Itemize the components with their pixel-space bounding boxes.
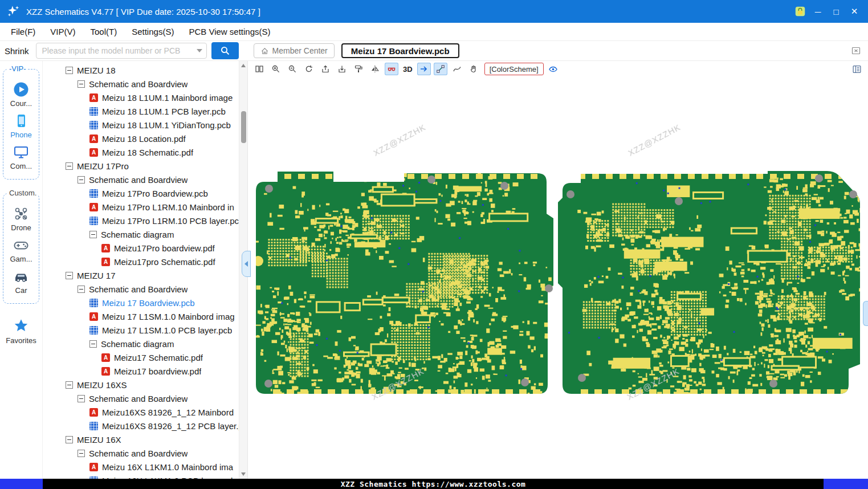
pcb-canvas[interactable] xyxy=(248,77,868,479)
vip-group: -VIP- Cour... xyxy=(3,69,39,180)
tree-file[interactable]: Meizu 17 Boardview.pcb xyxy=(43,296,239,309)
home-icon xyxy=(260,47,269,55)
sidebar-item-label: Drone xyxy=(11,223,31,232)
tree-file[interactable]: Meizu 18 Location.pdf xyxy=(43,132,239,145)
tree-node[interactable]: MEIZU 16X xyxy=(43,433,239,446)
collapse-icon[interactable] xyxy=(66,272,73,279)
tree-file[interactable]: Meizu17pro Schematic.pdf xyxy=(43,255,239,268)
arrow-right-icon[interactable] xyxy=(417,63,431,75)
tree-file[interactable]: Meizu17 boardview.pdf xyxy=(43,364,239,378)
tree-node[interactable]: Schematic and Boardview xyxy=(43,446,239,460)
tree-item-label: Schematic diagram xyxy=(101,339,174,349)
collapse-icon[interactable] xyxy=(78,176,85,184)
collapse-icon[interactable] xyxy=(89,231,97,238)
tree-node[interactable]: Schematic diagram xyxy=(43,227,239,241)
tree-file[interactable]: Meizu17 Schematic.pdf xyxy=(43,351,239,364)
tree-file[interactable]: Meizu 17 L1SM.1.0 PCB layer.pcb xyxy=(43,323,239,337)
paint-icon[interactable] xyxy=(352,63,365,75)
shrink-button[interactable]: Shrink xyxy=(5,46,29,56)
close-tabs-icon[interactable] xyxy=(850,45,862,56)
collapse-icon[interactable] xyxy=(66,381,73,389)
curve-icon[interactable] xyxy=(450,63,464,75)
zoom-out-icon[interactable] xyxy=(286,63,299,75)
menu-vip[interactable]: VIP(V) xyxy=(43,27,83,36)
zoom-in-icon[interactable] xyxy=(269,63,283,75)
tree-node[interactable]: Schematic and Boardview xyxy=(43,282,239,296)
collapse-icon[interactable] xyxy=(66,436,73,443)
pcb-viewer[interactable]: XZZ@XZZHK XZZ@XZZHK XZZ@XZZHK XZZ@XZZHK xyxy=(248,77,868,479)
search-input[interactable] xyxy=(36,43,207,59)
tree-file[interactable]: Meizu 17Pro L1RM.10 Mainbord in xyxy=(43,200,239,214)
tree-file[interactable]: Meizu 16X L1KM1.0 Mainbord ima xyxy=(43,460,239,474)
car-icon xyxy=(13,268,29,284)
member-center-button[interactable]: Member Center xyxy=(254,43,335,58)
collapse-icon[interactable] xyxy=(78,450,85,457)
export-icon[interactable] xyxy=(319,63,332,75)
tree-file[interactable]: Meizu 18 Schematic.pdf xyxy=(43,145,239,159)
collapse-icon[interactable] xyxy=(66,67,73,74)
import-icon[interactable] xyxy=(335,63,349,75)
tree-file[interactable]: Meizu 17Pro Boardview.pcb xyxy=(43,186,239,200)
tree-file[interactable]: Meizu 18 L1UM.1 YiDianTong.pcb xyxy=(43,118,239,132)
eye-icon[interactable] xyxy=(547,63,560,75)
sidebar-item-phone[interactable]: Phone xyxy=(3,113,39,139)
tree-node[interactable]: Schematic and Boardview xyxy=(43,77,239,91)
tree-file[interactable]: Meizu 16X L1KM1.0 PCB layer.pcb xyxy=(43,474,239,479)
minimize-button[interactable]: ─ xyxy=(809,3,827,20)
glasses-icon[interactable] xyxy=(385,63,398,75)
three-d-button[interactable]: 3D xyxy=(401,65,414,74)
scroll-up-icon[interactable] xyxy=(241,64,246,67)
app-logo-icon xyxy=(6,4,21,19)
diagonal-measure-icon[interactable] xyxy=(434,63,447,75)
collapse-icon[interactable] xyxy=(89,340,97,348)
status-left-accent xyxy=(0,479,43,489)
colorscheme-button[interactable]: [ColorScheme] xyxy=(484,63,544,75)
tree-node[interactable]: Schematic and Boardview xyxy=(43,392,239,405)
scrollbar-thumb[interactable] xyxy=(241,111,246,143)
collapse-right-handle[interactable] xyxy=(863,301,868,326)
collapse-icon[interactable] xyxy=(66,162,73,170)
chevron-down-icon[interactable] xyxy=(197,49,202,52)
computer-icon xyxy=(13,144,29,160)
sidebar-item-favorites[interactable]: Favorites xyxy=(0,317,42,345)
tree-node[interactable]: MEIZU 18 xyxy=(43,63,239,77)
tab-meizu17-boardview[interactable]: Meizu 17 Boardview.pcb xyxy=(341,43,459,58)
sidebar-item-car[interactable]: Car xyxy=(3,268,39,295)
tree-node[interactable]: Schematic diagram xyxy=(43,337,239,351)
menu-tool[interactable]: Tool(T) xyxy=(83,27,125,36)
tree-node[interactable]: Schematic and Boardview xyxy=(43,173,239,186)
pdf-icon xyxy=(101,258,110,266)
collapse-icon[interactable] xyxy=(78,80,85,88)
tree-file[interactable]: Meizu16XS 81926_1_12 PCB layer.p xyxy=(43,419,239,433)
collapse-icon[interactable] xyxy=(78,395,85,402)
tree-node[interactable]: MEIZU 17Pro xyxy=(43,159,239,173)
tree-file[interactable]: Meizu17Pro boardview.pdf xyxy=(43,241,239,255)
vip-shop-icon[interactable] xyxy=(792,3,809,19)
sidebar-item-course[interactable]: Cour... xyxy=(3,82,39,108)
refresh-icon[interactable] xyxy=(302,63,316,75)
flip-horizontal-icon[interactable] xyxy=(368,63,382,75)
sidebar-item-computer[interactable]: Com... xyxy=(3,144,39,170)
sidebar-item-drone[interactable]: Drone xyxy=(3,206,39,232)
scroll-down-icon[interactable] xyxy=(241,472,246,476)
close-button[interactable]: ✕ xyxy=(845,3,863,20)
tree-node[interactable]: MEIZU 17 xyxy=(43,268,239,282)
menu-settings[interactable]: Settings(S) xyxy=(124,27,181,36)
tree-file[interactable]: Meizu 17Pro L1RM.10 PCB layer.pc xyxy=(43,214,239,227)
tree-file[interactable]: Meizu 18 L1UM.1 Mainbord image xyxy=(43,91,239,104)
menu-pcb-view-settings[interactable]: PCB View settings(S) xyxy=(181,27,278,36)
pages-icon[interactable] xyxy=(252,63,266,75)
tree-file[interactable]: Meizu16XS 81926_1_12 Mainbord xyxy=(43,405,239,419)
panel-list-icon[interactable] xyxy=(850,63,863,75)
hand-icon[interactable] xyxy=(467,63,480,75)
search-button[interactable] xyxy=(211,42,239,59)
tree-file[interactable]: Meizu 18 L1UM.1 PCB layer.pcb xyxy=(43,104,239,118)
tree-node[interactable]: MEIZU 16XS xyxy=(43,378,239,392)
tree-item-label: MEIZU 17 xyxy=(77,271,116,280)
tree-file[interactable]: Meizu 17 L1SM.1.0 Mainbord imag xyxy=(43,309,239,323)
maximize-button[interactable]: □ xyxy=(827,3,845,20)
sidebar-item-game[interactable]: Gam... xyxy=(3,237,39,263)
menu-file[interactable]: File(F) xyxy=(3,27,43,36)
collapse-icon[interactable] xyxy=(78,286,85,293)
collapse-tree-handle[interactable] xyxy=(242,251,251,277)
